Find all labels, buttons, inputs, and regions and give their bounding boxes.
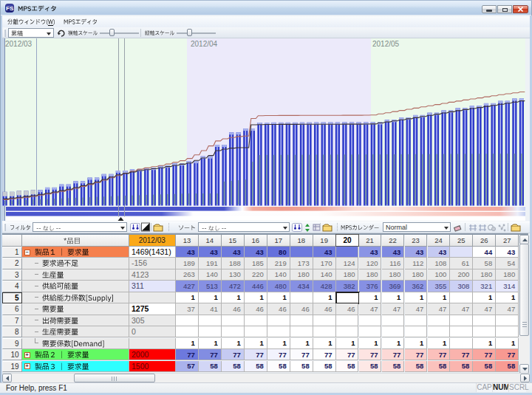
svg-text:2012/05: 2012/05 <box>372 40 400 48</box>
svg-text:2012/03: 2012/03 <box>5 40 33 48</box>
svg-text:2012/04: 2012/04 <box>191 40 218 48</box>
